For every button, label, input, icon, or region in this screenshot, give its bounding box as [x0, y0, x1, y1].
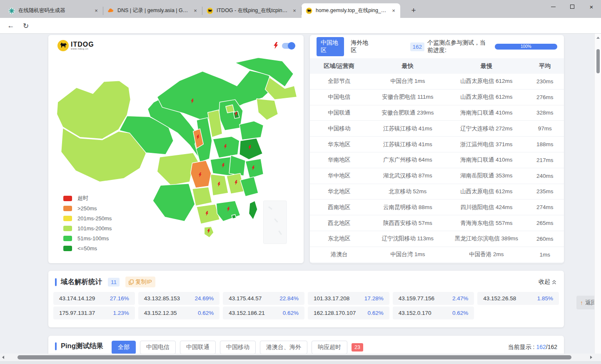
- refresh-button[interactable]: ↻: [20, 20, 32, 32]
- tab-title: DNS | 记录 | gemsly.asia | Gemsly: [117, 7, 190, 14]
- province-fujian[interactable]: [240, 177, 258, 196]
- browser-tab-3[interactable]: ITDOG - 在线ping_在线tcping_网×: [202, 3, 301, 18]
- filter-1-button[interactable]: 中国电信: [140, 341, 176, 354]
- province-guangxi[interactable]: [197, 204, 220, 224]
- cell-average: 1ms: [526, 252, 564, 258]
- ip-pill-3[interactable]: 101.33.17.20817.28%: [308, 292, 389, 305]
- region-row-5: 华南地区广东广州移动 64ms海南海口联通 410ms217ms: [310, 152, 564, 168]
- browser-tab-2[interactable]: DNS | 记录 | gemsly.asia | Gemsly×: [103, 3, 202, 18]
- ip-address: 101.33.17.208: [314, 295, 349, 302]
- tab-overseas-region[interactable]: 海外地区: [351, 39, 370, 54]
- tab-china-region[interactable]: 中国地区: [317, 37, 344, 56]
- tab-close-icon[interactable]: ×: [291, 7, 298, 14]
- collapse-button[interactable]: 收起: [539, 278, 556, 286]
- ip-address: 162.128.170.107: [314, 310, 356, 316]
- province-anhui[interactable]: [229, 155, 245, 176]
- ip-pill-10[interactable]: 43.152.0.1700.62%: [393, 307, 474, 319]
- vertical-scroll-thumb[interactable]: [596, 49, 600, 73]
- ip-pill-6[interactable]: 175.97.131.371.23%: [53, 307, 135, 319]
- ip-pill-4[interactable]: 43.159.77.1562.47%: [393, 292, 474, 305]
- filter-5-button[interactable]: 响应超时: [312, 341, 347, 354]
- ip-pill-0[interactable]: 43.174.14.12927.16%: [53, 292, 135, 305]
- ip-pill-9[interactable]: 162.128.170.1070.62%: [308, 307, 389, 319]
- legend-swatch: [63, 196, 72, 201]
- vertical-scrollbar[interactable]: [594, 34, 601, 354]
- province-beijing[interactable]: [226, 105, 234, 113]
- monitor-text: 个监测点参与测试，当前进度:: [427, 39, 491, 54]
- province-shenzhen_dot[interactable]: [232, 214, 236, 219]
- cell-slowest: 海南海口联通 410ms: [447, 156, 526, 164]
- tab-close-icon[interactable]: ×: [93, 7, 100, 14]
- minimize-button[interactable]: [544, 0, 563, 13]
- cell-fastest: 安徽合肥联通 239ms: [368, 109, 447, 117]
- ip-pill-1[interactable]: 43.132.85.15324.69%: [138, 292, 220, 305]
- horizontal-scroll-thumb[interactable]: [17, 355, 571, 359]
- ip-pill-8[interactable]: 43.152.186.210.62%: [223, 307, 304, 319]
- cell-average: 274ms: [526, 204, 564, 210]
- cell-region: 华中地区: [310, 172, 368, 180]
- scroll-right-arrow-icon[interactable]: [590, 356, 592, 359]
- province-guangdong[interactable]: [216, 201, 240, 221]
- province-yunnan[interactable]: [153, 184, 195, 222]
- cell-average: 217ms: [526, 157, 564, 163]
- province-guizhou[interactable]: [192, 187, 212, 206]
- copy-ip-button[interactable]: 复制IP: [125, 277, 155, 287]
- filter-2-button[interactable]: 中国联通: [180, 341, 216, 354]
- scroll-left-arrow-icon[interactable]: [2, 356, 4, 359]
- ip-percentage: 1.23%: [113, 310, 129, 316]
- province-chongqing[interactable]: [190, 160, 211, 188]
- itdog-logo: ITDOG www.itdog.cn: [57, 40, 94, 51]
- horizontal-scrollbar[interactable]: [0, 354, 601, 361]
- browser-tab-4-active[interactable]: home.gemsly.top_在线ping_多地×: [302, 3, 400, 18]
- legend-swatch: [63, 206, 72, 211]
- province-shandong[interactable]: [239, 121, 264, 140]
- ip-address: 43.174.14.129: [59, 295, 95, 302]
- scroll-up-arrow-icon[interactable]: [596, 37, 600, 39]
- maximize-icon: [570, 5, 574, 9]
- dns-section-title: 域名解析统计: [61, 277, 102, 287]
- close-button[interactable]: ×: [582, 0, 601, 13]
- region-row-2: 中国联通安徽合肥联通 239ms海南海口联通 410ms328ms: [310, 105, 564, 121]
- filter-4-button[interactable]: 港澳台、海外: [260, 341, 307, 354]
- display-current: 162: [536, 344, 546, 350]
- tab-close-icon[interactable]: ×: [192, 7, 199, 14]
- logo-name: ITDOG: [71, 41, 94, 47]
- province-zhejiang[interactable]: [245, 159, 263, 178]
- col-average: 平均: [526, 62, 564, 70]
- region-row-3: 中国移动江苏镇江移动 41ms辽宁大连移动 272ms97ms: [310, 121, 564, 137]
- legend-item-5: <=50ms: [63, 243, 112, 253]
- collapse-label: 收起: [539, 278, 550, 286]
- cell-slowest: 山西太原电信 612ms: [447, 188, 526, 195]
- ip-pill-7[interactable]: 43.152.12.350.62%: [138, 307, 220, 319]
- maximize-button[interactable]: [563, 0, 582, 13]
- filter-0-button[interactable]: 全部: [112, 341, 136, 354]
- ip-pill-2[interactable]: 43.175.44.5722.84%: [223, 292, 304, 305]
- ip-percentage: 24.69%: [195, 295, 214, 302]
- cell-average: 188ms: [526, 141, 564, 147]
- ip-pill-5[interactable]: 43.152.26.581.85%: [477, 292, 559, 305]
- itdog-favicon: [306, 7, 312, 14]
- province-liaoning[interactable]: [257, 99, 278, 120]
- cell-fastest: 中国台湾 1ms: [368, 77, 447, 85]
- ip-address: 43.152.0.170: [399, 310, 431, 316]
- browser-tab-1[interactable]: 在线随机密码生成器×: [4, 3, 103, 18]
- province-jiangsu[interactable]: [239, 138, 263, 160]
- province-hainan[interactable]: [204, 227, 214, 238]
- display-label: 当前显示 :: [508, 344, 536, 350]
- province-taiwan[interactable]: [249, 201, 257, 219]
- minimize-icon: [551, 7, 556, 7]
- ip-address: 43.152.26.58: [483, 295, 516, 302]
- region-table-header: 区域/运营商 最快 最慢 平均: [310, 58, 564, 74]
- filter-3-button[interactable]: 中国移动: [220, 341, 256, 354]
- tab-close-icon[interactable]: ×: [390, 7, 397, 14]
- map-legend: 超时>250ms201ms-250ms101ms-200ms51ms-100ms…: [63, 193, 112, 253]
- tab-title: ITDOG - 在线ping_在线tcping_网: [217, 7, 289, 14]
- back-button[interactable]: ←: [5, 20, 17, 32]
- legend-label: 超时: [77, 194, 88, 202]
- legend-label: <=50ms: [77, 245, 97, 252]
- new-tab-button[interactable]: +: [408, 5, 419, 16]
- cell-region: 中国移动: [310, 125, 368, 132]
- province-henan[interactable]: [213, 137, 239, 158]
- map-mode-toggle[interactable]: [282, 43, 294, 49]
- cell-slowest: 辽宁大连移动 272ms: [447, 125, 526, 132]
